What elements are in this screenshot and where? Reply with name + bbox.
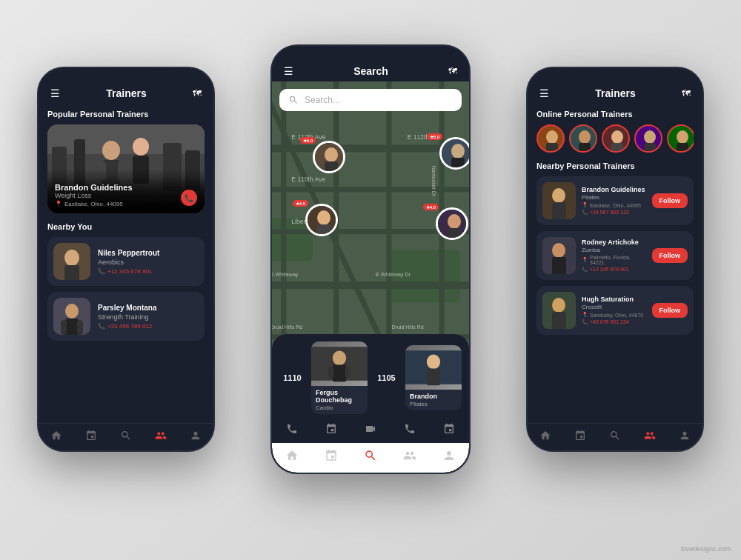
trainer-list-type-3: Crossfit	[582, 304, 646, 310]
svg-point-85	[552, 188, 565, 203]
online-avatar-3[interactable]	[602, 124, 630, 153]
svg-text:Druid Hills Rd: Druid Hills Rd	[391, 324, 423, 330]
trainer-item-2[interactable]: Parsley Montana Strength Training 📞 +23 …	[47, 292, 205, 341]
svg-rect-18	[65, 319, 79, 335]
nav-home-right[interactable]	[539, 430, 551, 441]
svg-text:Druid Hills Rd: Druid Hills Rd	[272, 324, 302, 330]
nav-profile-center[interactable]	[442, 449, 456, 465]
action-cal2[interactable]	[443, 423, 455, 437]
follow-btn-2[interactable]: Follow	[652, 248, 688, 263]
hamburger-icon-right[interactable]: ☰	[539, 87, 549, 99]
map-trainer-specialty-2: Pilates	[405, 401, 462, 410]
nav-calendar-center[interactable]	[325, 449, 338, 465]
svg-text:E Whiteway Dr: E Whiteway Dr	[376, 272, 411, 278]
trainer-list-info-2: Rodney Artichoke Zumba 📍 Palmetto, Flori…	[582, 239, 646, 273]
map-search-bar[interactable]: Search...	[279, 89, 462, 111]
online-avatar-2[interactable]	[569, 124, 597, 153]
nav-home-center[interactable]	[285, 449, 299, 465]
trainer-list-item-2[interactable]: Rodney Artichoke Zumba 📍 Palmetto, Flori…	[536, 231, 694, 280]
right-screen: ☰ Trainers 🗺 Online Personal Trainers	[528, 68, 702, 450]
trainer-name-2: Parsley Montana	[98, 304, 199, 312]
svg-rect-74	[611, 143, 623, 153]
nav-calendar-right[interactable]	[574, 430, 586, 441]
trainer-list-type-2: Zumba	[582, 247, 646, 253]
trainer-list-phone-1: 📞 +34 567 890 123	[582, 210, 646, 216]
phone-icon-1: 📞	[98, 268, 105, 275]
svg-point-47	[325, 147, 338, 162]
trainer-img-2	[405, 345, 462, 390]
tel-icon-1: 📞	[582, 210, 588, 215]
trainer-item-1[interactable]: Niles Peppertrout Aerobics 📞 +12 345 678…	[47, 237, 205, 286]
svg-point-6	[102, 141, 120, 160]
action-phone[interactable]	[404, 423, 416, 437]
loc-pin-3: 📍	[582, 312, 588, 318]
action-bar	[272, 419, 469, 443]
nav-calendar-left[interactable]	[85, 430, 97, 441]
svg-rect-68	[546, 143, 558, 153]
action-calendar[interactable]	[325, 423, 337, 437]
action-call[interactable]	[286, 423, 298, 437]
svg-rect-54	[317, 224, 330, 236]
map-icon-right[interactable]: 🗺	[682, 88, 691, 99]
featured-trainer-location: 📍 Eastlake, Ohio, 44095	[55, 201, 197, 207]
nav-trainers-right[interactable]	[644, 430, 656, 441]
svg-rect-57	[448, 228, 461, 240]
online-avatar-5[interactable]	[667, 124, 694, 153]
like-count-2: 1105	[373, 373, 399, 382]
hamburger-icon-center[interactable]: ☰	[284, 65, 293, 77]
nav-profile-left[interactable]	[190, 430, 202, 441]
right-header-title: Trainers	[595, 87, 635, 99]
follow-btn-3[interactable]: Follow	[652, 303, 688, 318]
svg-rect-86	[552, 202, 566, 219]
nav-trainers-center[interactable]	[403, 449, 416, 465]
phone-left: ☰ Trainers 🗺 Popular Personal Trainers	[37, 67, 215, 452]
map-icon-left[interactable]: 🗺	[193, 88, 202, 99]
svg-point-67	[546, 130, 558, 144]
nav-trainers-left[interactable]	[155, 430, 167, 441]
svg-rect-20	[77, 320, 83, 335]
pin-rating-3: ★4.5	[293, 200, 308, 207]
hamburger-icon[interactable]: ☰	[50, 87, 60, 99]
trainer-list-location-3: 📍 Sandusky, Ohio, 44870	[582, 312, 646, 318]
left-header: ☰ Trainers 🗺	[39, 81, 213, 104]
trainer-list-item-1[interactable]: Brandon Guidelines Pilates 📍 Eastlake, O…	[536, 176, 694, 225]
featured-card[interactable]: Brandon Guidelines Weight Loss 📍 Eastlak…	[47, 124, 205, 213]
svg-rect-80	[677, 143, 688, 153]
follow-btn-1[interactable]: Follow	[652, 193, 688, 208]
svg-point-64	[427, 355, 440, 370]
trainer-list-info-3: Hugh Saturation Crossfit 📍 Sandusky, Ohi…	[582, 296, 646, 325]
map-trainer-card-2[interactable]: Brandon Pilates	[405, 345, 462, 410]
right-bottom-nav	[528, 423, 702, 450]
notch-center	[341, 46, 400, 59]
phone-icon-2: 📞	[98, 323, 105, 330]
nav-home-left[interactable]	[50, 430, 62, 441]
trainer-info-2: Parsley Montana Strength Training 📞 +23 …	[98, 304, 199, 330]
trainer-list-avatar-1	[542, 182, 576, 219]
online-avatar-1[interactable]	[536, 124, 565, 153]
map-icon-center[interactable]: 🗺	[448, 66, 457, 76]
svg-point-14	[64, 250, 79, 266]
trainer-list-avatar-3	[542, 292, 576, 329]
center-header-title: Search	[353, 65, 388, 77]
left-bottom-nav	[39, 423, 213, 450]
nav-profile-right[interactable]	[679, 430, 691, 441]
svg-rect-65	[427, 369, 440, 386]
nav-search-right[interactable]	[609, 430, 621, 441]
nav-search-left[interactable]	[120, 430, 132, 441]
bottom-trainer-cards: 1110 Fergus Douchebag Cardio 1105	[272, 334, 469, 419]
call-icon-featured[interactable]: 📞	[181, 190, 197, 206]
trainer-list-location-2: 📍 Palmetto, Florida, 34221	[582, 255, 646, 265]
center-screen: ☰ Search 🗺	[272, 46, 469, 473]
trainer-list-item-3[interactable]: Hugh Saturation Crossfit 📍 Sandusky, Ohi…	[536, 286, 694, 335]
svg-point-53	[317, 210, 330, 225]
pin-rating-2: ★5.0	[427, 133, 442, 140]
watermark: lovedesignc.com	[681, 545, 731, 553]
nav-search-center[interactable]	[364, 449, 377, 465]
map-container[interactable]: E 112th Ave E 112th Ave E 110th Ave Libe…	[272, 81, 469, 419]
online-avatar-4[interactable]	[634, 124, 662, 153]
svg-rect-61	[328, 367, 334, 378]
map-trainer-card-1[interactable]: Fergus Douchebag Cardio	[311, 341, 368, 414]
action-video[interactable]	[365, 423, 376, 437]
svg-point-88	[552, 243, 565, 258]
svg-rect-60	[333, 365, 346, 382]
